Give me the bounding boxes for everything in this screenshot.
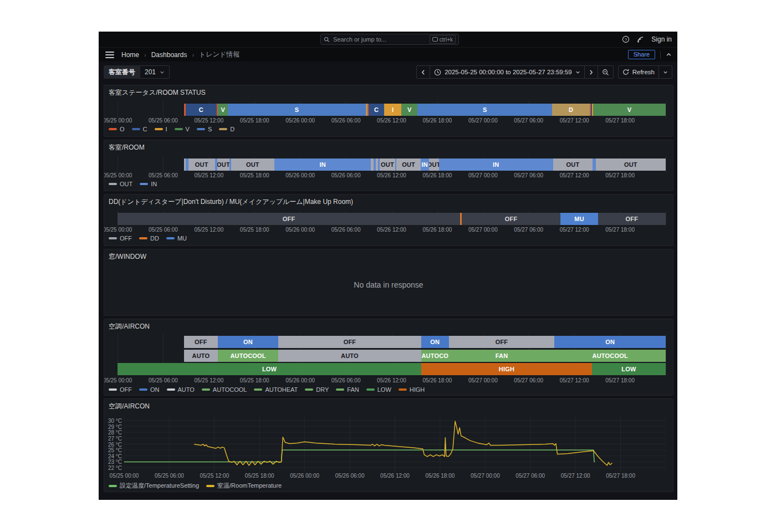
news-rss-icon[interactable] [637, 36, 644, 43]
breadcrumb-separator: › [192, 52, 194, 58]
refresh-icon [622, 69, 629, 75]
breadcrumb-dashboards[interactable]: Dashboards [151, 51, 187, 59]
axis-tick-label: 05/25 18:00 [240, 172, 269, 178]
breadcrumb-bar: Home › Dashboards › トレンド情報 Share [99, 47, 677, 62]
legend-item[interactable]: 設定温度/TemperatureSetting [109, 482, 199, 490]
time-shift-back-button[interactable] [416, 65, 430, 79]
variable-value-dropdown[interactable]: 201 [140, 65, 170, 79]
chevron-down-icon [575, 70, 580, 75]
legend-item[interactable]: DRY [305, 386, 329, 393]
timeline-segment: OUT [596, 158, 666, 171]
refresh-button[interactable]: Refresh [618, 65, 659, 79]
legend-color-swatch [109, 128, 117, 130]
refresh-interval-dropdown[interactable] [658, 65, 672, 79]
legend-item[interactable]: AUTOCOOL [202, 386, 247, 393]
axis-tick-label: 05/27 18:00 [605, 117, 635, 124]
variable-value: 201 [145, 68, 156, 76]
keyboard-icon [432, 37, 438, 42]
panel-title[interactable]: DD(ドントディスターブ|Don't Disturb) / MU(メイクアップル… [109, 197, 353, 207]
legend: OFFDDMU [109, 235, 187, 242]
sign-in-button[interactable]: Sign in [651, 35, 672, 43]
axis-tick-label: 05/26 06:00 [335, 473, 365, 479]
menu-hamburger-icon[interactable] [105, 52, 114, 58]
timeline-segment: OUT [429, 158, 439, 171]
axis-tick-label: 05/26 12:00 [380, 473, 410, 479]
y-axis-tick-label: 30 °C [104, 418, 122, 424]
legend-item[interactable]: HIGH [399, 386, 425, 393]
axis-tick-label: 05/26 12:00 [377, 227, 406, 233]
panel-title[interactable]: 空調/AIRCON [109, 402, 150, 411]
legend-label: OFF [120, 235, 132, 242]
axis-tick-label: 05/27 00:00 [468, 117, 498, 124]
legend-item[interactable]: AUTO [167, 386, 195, 393]
legend-item[interactable]: C [132, 126, 147, 132]
y-axis-tick-label: 22 °C [104, 465, 122, 471]
legend-item[interactable]: D [219, 126, 234, 132]
timeline-segment: LOW [592, 363, 666, 375]
axis-tick-label: 05/25 18:00 [240, 117, 269, 124]
timeline-segment: LOW [118, 363, 421, 375]
legend-item[interactable]: IN [140, 181, 157, 187]
legend-item[interactable]: ON [139, 386, 160, 393]
help-icon[interactable]: ? [622, 35, 630, 43]
grafana-app-window: Search or jump to... ctrl+k ? Sign in Ho… [99, 32, 677, 500]
panel-title[interactable]: 客室ステータス/ROOM STATUS [109, 88, 206, 98]
timeline-segment: OFF [449, 336, 555, 348]
variable-label: 客室番号 [104, 65, 140, 79]
legend-item[interactable]: V [175, 126, 190, 132]
legend-item[interactable]: OFF [109, 235, 132, 242]
axis-tick-label: 05/27 12:00 [561, 473, 590, 479]
timeline-segment: S [228, 104, 366, 116]
timeline-row: AUTOAUTOCOOLAUTOAUTOCOFANAUTOCOOL [118, 350, 666, 362]
legend-item[interactable]: 室温/RoomTemperature [206, 482, 282, 490]
y-axis-tick-label: 23 °C [104, 459, 122, 465]
axis-tick-label: 05/27 06:00 [514, 117, 543, 124]
axis-tick-label: 05/27 06:00 [514, 172, 543, 178]
zoom-out-time-button[interactable] [598, 65, 614, 79]
legend-item[interactable]: I [155, 126, 167, 132]
legend-item[interactable]: S [197, 126, 212, 132]
legend-item[interactable]: MU [166, 235, 187, 242]
panel-title[interactable]: 客室/ROOM [109, 143, 145, 152]
legend-color-swatch [305, 388, 313, 391]
time-shift-forward-button[interactable] [584, 65, 598, 79]
chevron-down-icon [663, 70, 668, 75]
legend-item[interactable]: LOW [366, 386, 391, 393]
legend-item[interactable]: OFF [109, 386, 132, 393]
y-axis-tick-label: 28 °C [104, 429, 122, 436]
y-axis-tick-label: 26 °C [104, 442, 122, 448]
legend-item[interactable]: FAN [336, 386, 359, 393]
legend-item[interactable]: O [109, 126, 125, 132]
panel-title[interactable]: 窓/WINDOW [109, 252, 146, 262]
axis-tick-label: 05/27 12:00 [560, 117, 589, 124]
legend-item[interactable]: OUT [109, 181, 132, 187]
share-button[interactable]: Share [628, 50, 655, 59]
time-range-picker-button[interactable]: 2025-05-25 00:00:00 to 2025-05-27 23:59:… [430, 65, 585, 79]
legend-color-swatch [140, 183, 148, 185]
axis-tick-label: 05/26 06:00 [331, 377, 361, 383]
legend-item[interactable]: DD [139, 235, 159, 242]
legend-label: AUTO [178, 386, 195, 393]
axis-tick-label: 05/25 18:00 [245, 473, 274, 479]
axis-tick-label: 05/25 00:00 [110, 473, 139, 479]
axis-tick-label: 05/25 18:00 [240, 377, 269, 383]
search-icon [324, 37, 330, 43]
axis-tick-label: 05/27 18:00 [605, 227, 635, 233]
timeline-segment: IN [439, 158, 553, 171]
breadcrumb-home[interactable]: Home [121, 51, 139, 59]
legend-item[interactable]: AUTOHEAT [254, 386, 298, 393]
timeline-row: OFFONOFFONOFFON [118, 336, 666, 348]
legend-label: 室温/RoomTemperature [217, 482, 282, 490]
timeline-row: OFFOFFMUOFF [118, 213, 666, 225]
timeline-segment: V [401, 104, 417, 116]
timeline-segment: AUTOCOOL [218, 350, 278, 362]
gridline [666, 156, 666, 173]
panel-title[interactable]: 空調/AIRCON [109, 322, 150, 331]
axis-tick-label: 05/27 06:00 [515, 473, 545, 479]
search-input[interactable]: Search or jump to... ctrl+k [320, 34, 459, 45]
axis-tick-label: 05/26 06:00 [331, 117, 361, 124]
axis-tick-label: 05/26 18:00 [422, 172, 452, 178]
collapse-chevron-up-icon[interactable] [666, 52, 672, 58]
search-shortcut-badge: ctrl+k [430, 35, 456, 44]
legend-label: AUTOHEAT [265, 386, 298, 393]
